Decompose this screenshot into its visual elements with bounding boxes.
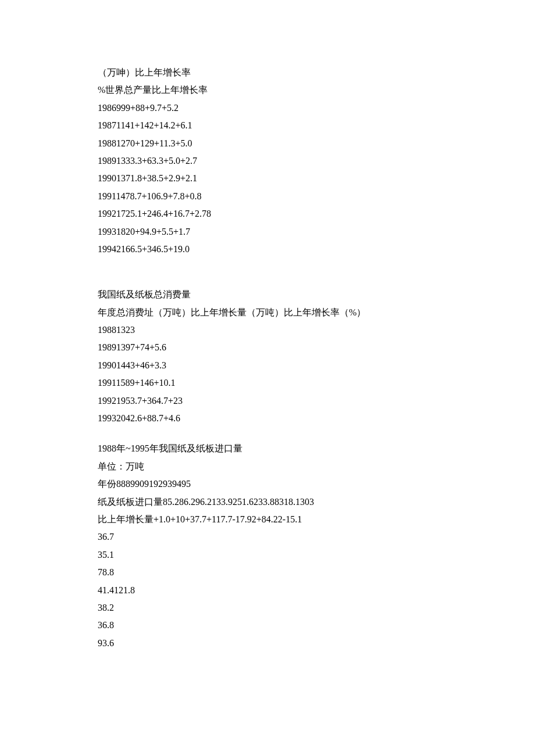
section2-title: 我国纸及纸板总消费量 — [98, 286, 535, 303]
section1-row: 1986999+88+9.7+5.2 — [98, 99, 535, 117]
section1-header1: （万呻）比上年增长率 — [98, 64, 535, 81]
section1-row: 19871141+142+14.2+6.1 — [98, 117, 535, 134]
section2-row: 19921953.7+364.7+23 — [98, 392, 535, 410]
section3-import-row: 纸及纸板进口量85.286.296.2133.9251.6233.88318.1… — [98, 493, 535, 511]
section3-tail-row: 36.7 — [98, 528, 535, 546]
section3-tail-row: 35.1 — [98, 546, 535, 564]
section1-row: 19891333.3+63.3+5.0+2.7 — [98, 152, 535, 170]
section3-title: 1988年~1995年我国纸及纸板进口量 — [98, 440, 535, 457]
section3-unit: 单位：万吨 — [98, 458, 535, 475]
section3-tail-row: 41.4121.8 — [98, 582, 535, 599]
section1-header2: %世界总产量比上年增长率 — [98, 81, 535, 99]
section1-row: 19921725.1+246.4+16.7+2.78 — [98, 205, 535, 223]
section2-row: 19911589+146+10.1 — [98, 374, 535, 392]
section3-tail-row: 78.8 — [98, 564, 535, 581]
section1-row: 19931820+94.9+5.5+1.7 — [98, 223, 535, 241]
section3-tail-row: 38.2 — [98, 599, 535, 617]
section3-tail-row: 36.8 — [98, 617, 535, 634]
section1-row: 19911478.7+106.9+7.8+0.8 — [98, 188, 535, 205]
section1-row: 19881270+129+11.3+5.0 — [98, 135, 535, 152]
section2-row: 19881323 — [98, 321, 535, 339]
section3-tail-row: 93.6 — [98, 635, 535, 652]
section2-row: 19932042.6+88.7+4.6 — [98, 410, 535, 427]
section2-row: 19891397+74+5.6 — [98, 339, 535, 356]
section2-row: 19901443+46+3.3 — [98, 357, 535, 374]
section1-row: 19942166.5+346.5+19.0 — [98, 241, 535, 258]
section3-year-row: 年份8889909192939495 — [98, 475, 535, 493]
section2-header: 年度总消费址（万吨）比上年增长量（万吨）比上年增长率（%） — [98, 304, 535, 321]
section1-row: 19901371.8+38.5+2.9+2.1 — [98, 170, 535, 187]
section3-growth-row: 比上年增长量+1.0+10+37.7+117.7-17.92+84.22-15.… — [98, 511, 535, 528]
